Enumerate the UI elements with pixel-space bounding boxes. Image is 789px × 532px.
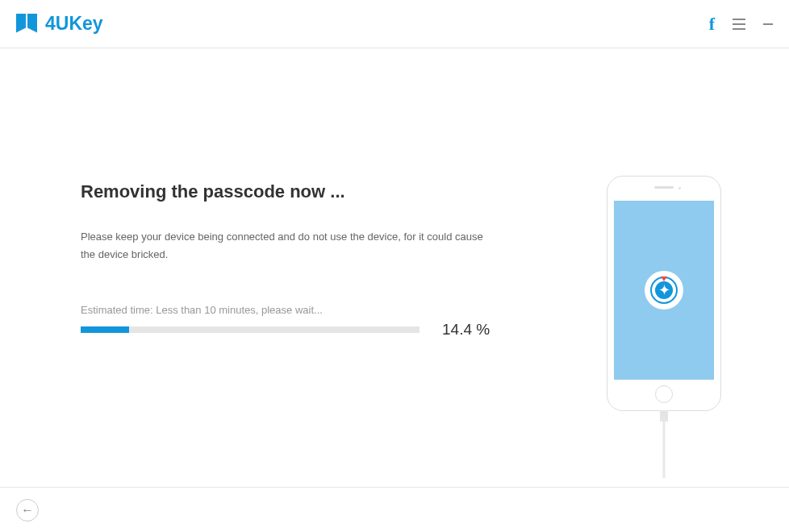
progress-percent: 14.4 % <box>442 321 490 339</box>
phone-home-button-icon <box>655 385 673 403</box>
phone-illustration: ✦ <box>607 176 721 411</box>
progress-bar-fill <box>81 326 129 333</box>
status-panel: Removing the passcode now ... Please kee… <box>0 48 539 484</box>
phone-cable-icon <box>660 410 668 422</box>
phone-speaker-icon <box>654 186 674 189</box>
main-content: Removing the passcode now ... Please kee… <box>0 48 789 484</box>
header-brand: 4UKey <box>16 13 103 35</box>
app-header: 4UKey f <box>0 0 789 48</box>
progress-row: 14.4 % <box>81 321 539 339</box>
phone-screen: ✦ <box>614 201 714 380</box>
minimize-icon[interactable] <box>763 23 773 25</box>
status-title: Removing the passcode now ... <box>81 181 539 202</box>
phone-camera-icon <box>678 187 681 189</box>
app-name: 4UKey <box>45 13 103 35</box>
logo-icon <box>16 14 37 35</box>
facebook-icon[interactable]: f <box>709 14 715 35</box>
header-actions: f <box>709 14 773 35</box>
device-panel: ✦ <box>539 48 789 484</box>
estimated-time-label: Estimated time: Less than 10 minutes, pl… <box>81 304 539 316</box>
phone-cable-wire-icon <box>663 422 666 478</box>
progress-bar <box>81 326 420 333</box>
compass-icon: ✦ <box>645 271 683 310</box>
arrow-left-icon: ← <box>21 504 34 517</box>
footer: ← <box>0 487 789 532</box>
back-button[interactable]: ← <box>16 499 39 522</box>
instruction-text: Please keep your device being connected … <box>81 228 492 264</box>
menu-icon[interactable] <box>733 19 745 30</box>
